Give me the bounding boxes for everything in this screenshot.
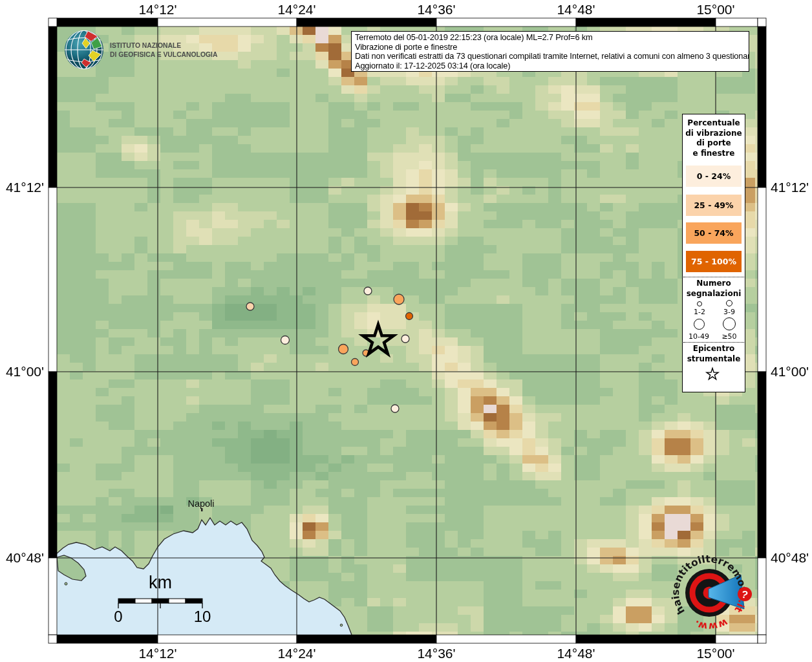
frame-bottom-segment bbox=[576, 635, 716, 643]
report-circle bbox=[352, 359, 359, 366]
axis-label-right: 40°48' bbox=[771, 550, 809, 565]
city-label-napoli: Napoli bbox=[187, 498, 214, 509]
report-circle bbox=[394, 294, 404, 304]
legend-signal-label: 10-49 bbox=[683, 332, 714, 341]
legend-epicenter-title: strumentale bbox=[683, 354, 745, 365]
scalebar-segment bbox=[186, 599, 202, 603]
scalebar-segment bbox=[169, 599, 186, 603]
axis-label-right: 41°00' bbox=[771, 364, 809, 379]
event-title-line4: Aggiornato il: 17-12-2025 03:14 (ora loc… bbox=[355, 61, 745, 71]
ingv-logo: ISTITUTO NAZIONALE DI GEOFISICA E VULCAN… bbox=[63, 29, 231, 72]
frame-left-segment bbox=[48, 27, 57, 187]
legend-separator bbox=[683, 277, 744, 277]
legend-signal-label: 3-9 bbox=[714, 308, 745, 316]
frame-top-segment bbox=[158, 18, 297, 27]
frame-right-segment bbox=[758, 372, 766, 558]
axis-label-right: 41°12' bbox=[771, 180, 809, 195]
frame-right-segment bbox=[758, 27, 766, 187]
legend-class-75-100: 75 - 100% bbox=[686, 251, 742, 272]
legend-percent-title: e finestre bbox=[683, 149, 745, 159]
report-circle bbox=[364, 287, 372, 295]
axis-label-bottom: 14°48' bbox=[557, 646, 595, 661]
epicenter-star-icon bbox=[703, 366, 722, 383]
legend-signals-title: segnalazioni bbox=[683, 289, 745, 299]
legend-signals-title: Numero bbox=[683, 279, 745, 289]
legend-signal-label: 1-2 bbox=[684, 308, 715, 316]
frame-left-segment bbox=[48, 372, 57, 558]
legend-epicenter-title: Epicentro bbox=[683, 344, 745, 354]
legend-signal-circle bbox=[726, 300, 732, 306]
report-circle bbox=[339, 345, 348, 354]
frame-top-segment bbox=[576, 18, 716, 27]
axis-label-left: 41°12' bbox=[6, 180, 44, 195]
axis-label-top: 14°12' bbox=[138, 2, 176, 17]
legend-signal-label: ≥50 bbox=[714, 332, 745, 341]
legend-signal-circle bbox=[694, 319, 705, 330]
map-legend: Percentualedi vibrazionedi portee finest… bbox=[682, 114, 745, 392]
legend-signal-circle bbox=[697, 301, 702, 306]
scalebar-end-label: 10 bbox=[194, 608, 211, 625]
axis-label-bottom: 15°00' bbox=[696, 646, 734, 661]
legend-separator bbox=[683, 342, 744, 343]
report-circle bbox=[246, 303, 254, 310]
legend-signal-circle bbox=[723, 317, 736, 330]
axis-label-top: 14°48' bbox=[557, 2, 595, 17]
legend-percent-title: di vibrazione bbox=[683, 129, 745, 139]
frame-top-segment bbox=[57, 18, 158, 27]
frame-left-segment bbox=[48, 558, 57, 635]
report-circle bbox=[401, 335, 409, 343]
ingv-name-line1: ISTITUTO NAZIONALE bbox=[110, 41, 217, 50]
ingv-name-line2: DI GEOFISICA E VULCANOLOGIA bbox=[110, 50, 217, 59]
frame-top-segment bbox=[297, 18, 436, 27]
frame-corner bbox=[758, 635, 766, 643]
frame-top-segment bbox=[436, 18, 576, 27]
axis-label-bottom: 14°36' bbox=[417, 646, 455, 661]
frame-top-segment bbox=[716, 18, 758, 27]
legend-class-25-49: 25 - 49% bbox=[686, 195, 742, 216]
frame-corner bbox=[48, 635, 57, 643]
legend-percent-title: di porte bbox=[683, 138, 745, 149]
frame-right-segment bbox=[758, 558, 766, 635]
scalebar-start-label: 0 bbox=[114, 608, 122, 625]
frame-corner bbox=[758, 18, 766, 27]
watermark-logo: haisentitoilterremoto.itwww.? bbox=[670, 553, 752, 633]
islet bbox=[65, 582, 67, 585]
frame-left-segment bbox=[48, 187, 57, 372]
report-circle bbox=[281, 336, 290, 345]
axis-label-left: 40°48' bbox=[6, 550, 44, 565]
frame-bottom-segment bbox=[297, 635, 436, 643]
axis-label-left: 41°00' bbox=[6, 364, 44, 379]
event-title-line1: Terremoto del 05-01-2019 22:15:23 (ora l… bbox=[355, 33, 745, 43]
legend-class-50-74: 50 - 74% bbox=[686, 222, 742, 244]
axis-label-bottom: 14°24' bbox=[277, 646, 315, 661]
legend-epicenter-symbol bbox=[703, 366, 722, 383]
scalebar-segment bbox=[152, 599, 169, 603]
event-title-line3: Dati non verificati estratti da 73 quest… bbox=[355, 52, 745, 61]
axis-label-top: 14°24' bbox=[277, 2, 315, 17]
report-circle bbox=[391, 405, 399, 412]
legend-percent-title: Percentuale bbox=[683, 118, 745, 129]
city-marker bbox=[201, 508, 203, 511]
report-circle bbox=[406, 313, 413, 320]
frame-bottom-segment bbox=[57, 635, 158, 643]
axis-label-top: 14°36' bbox=[417, 2, 455, 17]
frame-bottom-segment bbox=[158, 635, 297, 643]
axis-label-top: 15°00' bbox=[696, 2, 734, 17]
report-markers-layer bbox=[246, 287, 413, 412]
frame-bottom-segment bbox=[436, 635, 576, 643]
frame-corner bbox=[48, 18, 57, 27]
islet bbox=[340, 624, 343, 626]
scalebar-segment bbox=[135, 599, 152, 603]
epicenter-star bbox=[363, 325, 394, 354]
event-title-box: Terremoto del 05-01-2019 22:15:23 (ora l… bbox=[351, 31, 749, 72]
axis-label-bottom: 14°12' bbox=[138, 646, 176, 661]
scalebar-unit-label: km bbox=[149, 573, 172, 592]
legend-class-0-24: 0 - 24% bbox=[686, 166, 742, 187]
ingv-logo-text: ISTITUTO NAZIONALE DI GEOFISICA E VULCAN… bbox=[110, 41, 217, 59]
frame-bottom-segment bbox=[716, 635, 758, 643]
scalebar-segment bbox=[118, 599, 135, 603]
event-title-line2: Vibrazione di porte e finestre bbox=[355, 43, 745, 52]
frame-right-segment bbox=[758, 187, 766, 372]
watermark-www-text: www. bbox=[692, 616, 729, 632]
